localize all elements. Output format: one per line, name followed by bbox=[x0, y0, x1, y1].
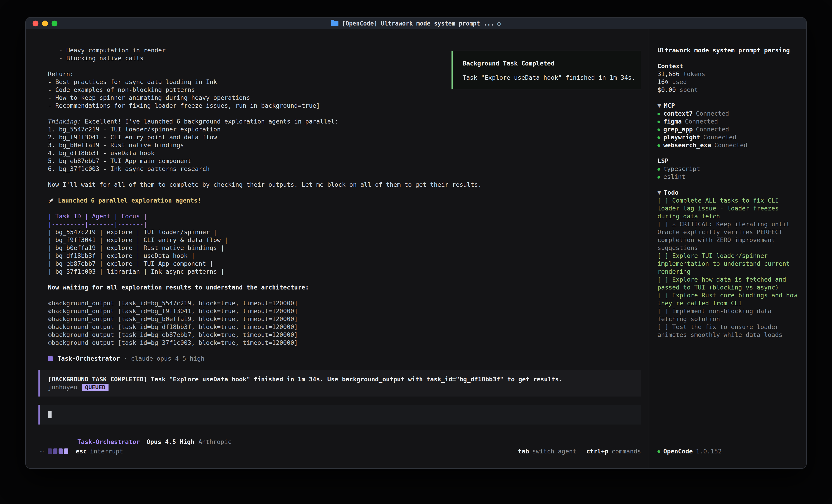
app-version-footer: ● OpenCode 1.0.152 bbox=[657, 447, 722, 456]
completed-task-message: [BACKGROUND TASK COMPLETED] Task "Explor… bbox=[38, 370, 641, 396]
collapse-arrow-icon: ▼ bbox=[657, 102, 661, 109]
todo-item: [ ] ⚠ CRITICAL: Keep iterating until Ora… bbox=[657, 220, 797, 252]
spacer bbox=[48, 204, 649, 212]
agent-block-icon bbox=[48, 356, 53, 361]
meter-segment bbox=[58, 448, 63, 454]
activity-meter bbox=[48, 448, 70, 454]
table-row: | bg_df18bb3f | explore | useData hook | bbox=[48, 252, 649, 260]
orchestrator-separator: · bbox=[120, 355, 131, 362]
tool-call-text: background_output [task_id=bg_df18bb3f, … bbox=[52, 324, 298, 330]
mcp-item: ●grep_appConnected bbox=[657, 125, 797, 133]
todo-item: [ ] Test the fix to ensure loader animat… bbox=[657, 323, 797, 339]
orchestrator-line: Task-Orchestrator · claude-opus-4-5-high bbox=[48, 355, 649, 362]
gear-icon: ⚙ bbox=[48, 331, 52, 338]
prompt-input[interactable] bbox=[38, 404, 641, 424]
collapse-arrow-icon: ▼ bbox=[657, 189, 661, 196]
lsp-item: ●typescript bbox=[657, 165, 797, 173]
transcript-line: - Recommendations for fixing loader free… bbox=[48, 102, 649, 110]
thinking-text: Excellent! I've launched 6 background ex… bbox=[81, 118, 338, 125]
gear-icon: ⚙ bbox=[48, 300, 52, 307]
tool-call-text: background_output [task_id=bg_eb87ebb7, … bbox=[52, 331, 298, 338]
thinking-label: Thinking: bbox=[48, 118, 81, 125]
agent-list-item: 4. bg_df18bb3f - useData hook bbox=[48, 149, 649, 157]
tool-call-line: ⚙background_output [task_id=bg_5547c219,… bbox=[48, 299, 649, 307]
mcp-item: ●websearch_exaConnected bbox=[657, 141, 797, 149]
launch-banner: Launched 6 parallel exploration agents! bbox=[48, 196, 649, 204]
tool-call-line: ⚙background_output [task_id=bg_f9ff3041,… bbox=[48, 307, 649, 315]
queued-badge: QUEUED bbox=[82, 384, 108, 391]
todo-item: [ ] Complete ALL tasks to fix CLI loader… bbox=[657, 196, 797, 220]
tool-call-text: background_output [task_id=bg_37f1c003, … bbox=[52, 339, 298, 346]
context-heading: Context bbox=[657, 62, 797, 70]
mcp-item: ●playwrightConnected bbox=[657, 133, 797, 141]
username: junhoyeo bbox=[48, 384, 77, 391]
esc-key-hint: esc bbox=[76, 448, 87, 455]
tool-call-line: ⚙background_output [task_id=bg_df18bb3f,… bbox=[48, 323, 649, 331]
agent-list-item: 1. bg_5547c219 - TUI loader/spinner expl… bbox=[48, 125, 649, 133]
table-row: | bg_b0effa19 | explore | Rust native bi… bbox=[48, 244, 649, 252]
gear-icon: ⚙ bbox=[48, 315, 52, 323]
spacer bbox=[48, 346, 649, 355]
tool-call-text: background_output [task_id=bg_f9ff3041, … bbox=[52, 308, 298, 314]
spacer bbox=[48, 276, 649, 283]
table-row: | bg_f9ff3041 | explore | CLI entry & da… bbox=[48, 236, 649, 244]
text-cursor bbox=[48, 411, 52, 418]
todo-item: [ ] Explore Rust core bindings and how t… bbox=[657, 291, 797, 307]
context-row: $0.00 spent bbox=[657, 86, 797, 94]
mcp-heading[interactable]: ▼MCP bbox=[657, 102, 797, 110]
active-agent-name: Task-Orchestrator bbox=[77, 438, 140, 445]
meter-segment bbox=[64, 448, 68, 454]
status-dot-icon: ● bbox=[657, 166, 660, 172]
status-dot-icon: ● bbox=[657, 174, 660, 179]
commands-hint: ctrl+p commands bbox=[586, 448, 641, 455]
spacer bbox=[48, 291, 649, 299]
completed-task-meta: junhoyeoQUEUED bbox=[48, 383, 634, 391]
session-dots: ⋯ bbox=[40, 448, 45, 455]
mcp-item: ●context7Connected bbox=[657, 110, 797, 117]
table-row: | bg_5547c219 | explore | TUI loader/spi… bbox=[48, 228, 649, 236]
context-row: 31,686 tokens bbox=[657, 70, 797, 78]
context-row: 16% used bbox=[657, 78, 797, 86]
folder-icon bbox=[331, 21, 338, 26]
spacer bbox=[657, 54, 797, 62]
orchestrator-name: Task-Orchestrator bbox=[57, 355, 120, 362]
spacer bbox=[48, 173, 649, 180]
background-task-notification: Background Task Completed Task "Explore … bbox=[451, 51, 641, 89]
spacer bbox=[657, 94, 797, 102]
lsp-item: ●eslint bbox=[657, 173, 797, 180]
status-bar: ⋯ esc interrupt tab switch agent ctrl+p … bbox=[26, 447, 649, 456]
wait-text: Now I'll wait for all of them to complet… bbox=[48, 180, 649, 189]
zoom-window-button[interactable] bbox=[52, 21, 57, 26]
orchestrator-model: claude-opus-4-5-high bbox=[131, 355, 204, 362]
tool-call-line: ⚙background_output [task_id=bg_37f1c003,… bbox=[48, 339, 649, 346]
minimize-window-button[interactable] bbox=[42, 21, 48, 26]
terminal-main: - Heavy computation in render - Blocking… bbox=[26, 29, 649, 468]
esc-key-label: interrupt bbox=[90, 448, 123, 455]
launch-banner-text: Launched 6 parallel exploration agents! bbox=[58, 197, 201, 204]
progress-circle-icon: ○ bbox=[497, 20, 501, 27]
agent-list-item: 2. bg_f9ff3041 - CLI entry point and dat… bbox=[48, 133, 649, 141]
status-dot-icon: ● bbox=[657, 119, 660, 124]
spacer bbox=[48, 189, 649, 196]
todo-item: [ ] Implement non-blocking data fetching… bbox=[657, 307, 797, 323]
table-header-row: | Task ID | Agent | Focus | bbox=[48, 212, 649, 220]
meter-segment bbox=[48, 448, 52, 454]
window-title-text: [OpenCode] Ultrawork mode system prompt … bbox=[342, 20, 494, 27]
gear-icon: ⚙ bbox=[48, 339, 52, 346]
active-agent-line: Task-OrchestratorOpus 4.5 HighAnthropic bbox=[26, 430, 649, 438]
table-row: | bg_37f1c003 | librarian | Ink async pa… bbox=[48, 268, 649, 276]
waiting-heading: Now waiting for all exploration results … bbox=[48, 283, 649, 291]
titlebar: [OpenCode] Ultrawork mode system prompt … bbox=[26, 18, 806, 29]
close-window-button[interactable] bbox=[32, 21, 38, 26]
conversation-transcript: - Heavy computation in render - Blocking… bbox=[26, 46, 649, 362]
spacer bbox=[657, 180, 797, 189]
status-dot-icon: ● bbox=[657, 142, 660, 148]
table-separator-row: |---------|-------|-------| bbox=[48, 220, 649, 228]
lsp-heading: LSP bbox=[657, 157, 797, 165]
window-title: [OpenCode] Ultrawork mode system prompt … bbox=[331, 20, 501, 27]
active-agent-model: Opus 4.5 High bbox=[147, 438, 194, 445]
status-dot-icon: ● bbox=[657, 135, 660, 140]
app-version: 1.0.152 bbox=[696, 448, 722, 455]
gear-icon: ⚙ bbox=[48, 324, 52, 330]
todo-heading[interactable]: ▼Todo bbox=[657, 189, 797, 196]
